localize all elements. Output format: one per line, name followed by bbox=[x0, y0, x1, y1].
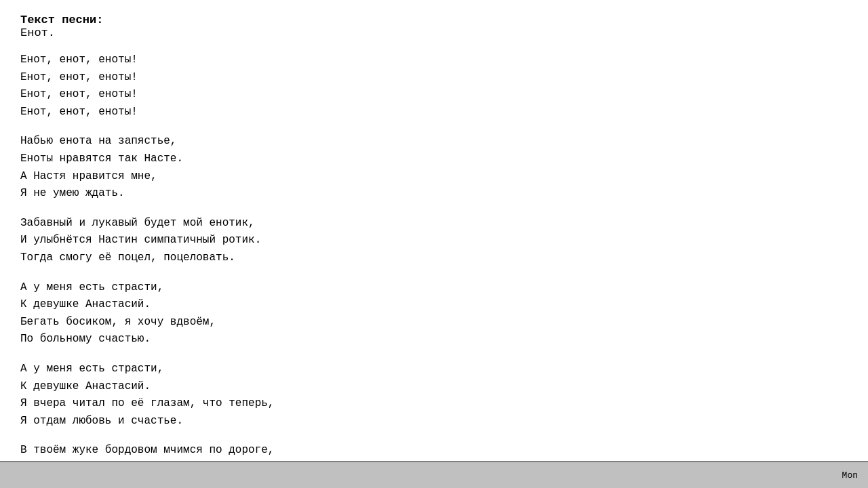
verse-line: В твоём жуке бордовом мчимся по дороге, bbox=[20, 442, 834, 460]
title-label: Текст песни: bbox=[20, 14, 834, 26]
verses-container: Енот, енот, еноты!Енот, енот, еноты!Енот… bbox=[20, 52, 834, 488]
verse-line: А у меня есть страсти, bbox=[20, 279, 834, 297]
verse-line: Бегать босиком, я хочу вдвоём, bbox=[20, 314, 834, 331]
verse-line: Еноты нравятся так Насте. bbox=[20, 150, 834, 168]
verse-line: Тогда смогу её поцел, поцеловать. bbox=[20, 249, 834, 267]
verse-line: Набью енота на запястье, bbox=[20, 133, 834, 150]
verse-2: Набью енота на запястье,Еноты нравятся т… bbox=[20, 133, 834, 202]
verse-5: А у меня есть страсти,К девушке Анастаси… bbox=[20, 361, 834, 430]
verse-line: А у меня есть страсти, bbox=[20, 361, 834, 378]
verse-line: Енот, енот, еноты! bbox=[20, 52, 834, 69]
verse-line: Забавный и лукавый будет мой енотик, bbox=[20, 215, 834, 232]
verse-line: Енот, енот, еноты! bbox=[20, 104, 834, 121]
verse-4: А у меня есть страсти,К девушке Анастаси… bbox=[20, 279, 834, 348]
verse-line: К девушке Анастасий. bbox=[20, 296, 834, 314]
lyrics-container: Текст песни: Енот. Енот, енот, еноты!Ено… bbox=[20, 14, 834, 488]
song-title: Енот. bbox=[20, 26, 834, 39]
verse-line: Енот, енот, еноты! bbox=[20, 86, 834, 104]
verse-line: Енот, енот, еноты! bbox=[20, 69, 834, 87]
verse-line: А Настя нравится мне, bbox=[20, 168, 834, 186]
verse-1: Енот, енот, еноты!Енот, енот, еноты!Енот… bbox=[20, 52, 834, 121]
verse-line: Я отдам любовь и счастье. bbox=[20, 413, 834, 430]
verse-line: К девушке Анастасий. bbox=[20, 378, 834, 396]
verse-line: И улыбнётся Настин симпатичный ротик. bbox=[20, 232, 834, 249]
verse-line: Я вчера читал по её глазам, что теперь, bbox=[20, 395, 834, 413]
taskbar: Mon bbox=[0, 461, 868, 488]
taskbar-time: Mon bbox=[842, 470, 865, 481]
verse-line: Я не умею ждать. bbox=[20, 185, 834, 203]
verse-3: Забавный и лукавый будет мой енотик,И ул… bbox=[20, 215, 834, 267]
verse-line: По больному счастью. bbox=[20, 331, 834, 348]
